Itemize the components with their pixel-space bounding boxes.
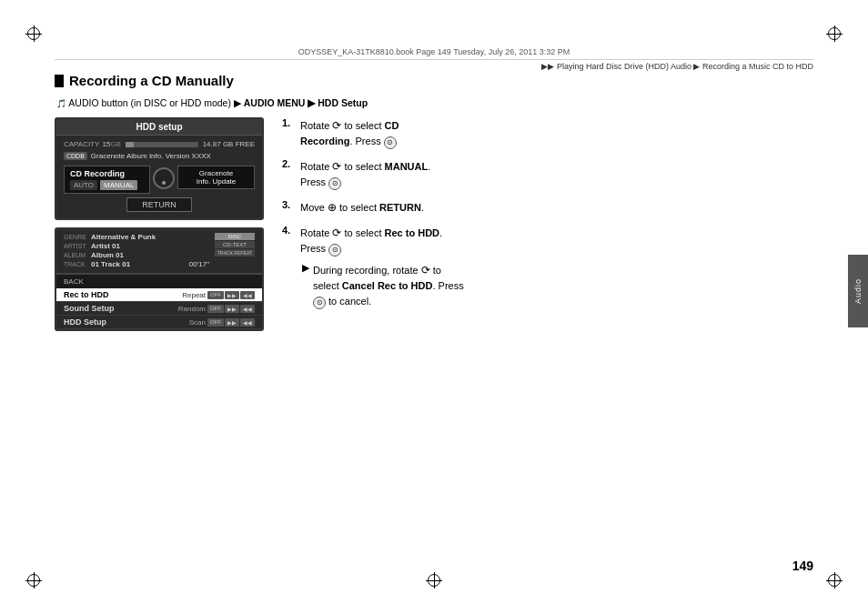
genre-value: Alternative & Punk	[91, 233, 156, 241]
cd-text-icon: CD-TEXT	[215, 241, 255, 248]
capacity-free: 14.87 GB FREE	[203, 140, 255, 148]
menu-list: Rec to HDD Repeat OFF ▶▶ ◀◀ Sound Setup	[56, 288, 262, 329]
corner-mark-bl	[25, 572, 42, 589]
page-number: 149	[792, 559, 813, 573]
hdd-setup-body: CAPACITY 15 GB 14.87 GB FREE CDDB Gracen…	[56, 136, 262, 218]
track-row: TRACK 01 Track 01 00'17"	[64, 260, 209, 268]
corner-mark-tl	[25, 25, 42, 42]
random-toggles: OFF ▶▶ ◀◀	[207, 305, 255, 313]
capacity-unit: GB	[110, 140, 121, 148]
album-row: ALBUM Album 01	[64, 251, 209, 259]
step-1-num: 1.	[282, 117, 295, 128]
menu-item-rec-hdd[interactable]: Rec to HDD Repeat OFF ▶▶ ◀◀	[56, 288, 262, 302]
cddb-row: CDDB Gracenote Album Info. Version XXXX	[64, 152, 255, 160]
hdd-setup-value: Scan OFF ▶▶ ◀◀	[189, 318, 255, 327]
cd-rec-options: AUTO MANUAL	[70, 180, 144, 190]
artist-value: Artist 01	[91, 242, 120, 250]
sound-setup-value: Random OFF ▶▶ ◀◀	[178, 305, 255, 313]
step-4-text: Rotate ⟳ to select Rec to HDD.Press ⊙	[300, 227, 442, 254]
music-screen: GENRE Alternative & Punk ARTIST Artist 0…	[55, 227, 264, 331]
time-display: 00'17"	[189, 260, 209, 268]
path-line: 🎵 AUDIO button (in DISC or HDD mode) ▶ A…	[56, 97, 813, 108]
repeat-off: OFF	[207, 291, 224, 299]
disc-icons: DISC CD-TEXT TRACK REPEAT	[215, 233, 255, 257]
corner-mark-br	[826, 572, 843, 589]
sub-text: During recording, rotate ⟳ toselect Canc…	[313, 262, 464, 309]
menu-item-hdd-setup[interactable]: HDD Setup Scan OFF ▶▶ ◀◀	[56, 316, 262, 329]
instructions: 1. Rotate ⟳ to select CDRecording. Press…	[282, 117, 813, 318]
capacity-label: CAPACITY	[64, 140, 99, 148]
corner-mark-tr	[826, 25, 843, 42]
breadcrumb: ▶▶ Playing Hard Disc Drive (HDD) Audio ▶…	[541, 62, 813, 71]
cd-rec-title: CD Recording	[70, 169, 144, 178]
step-4-num: 4.	[282, 225, 295, 236]
sound-setup-label: Sound Setup	[64, 304, 115, 313]
hdd-setup-title: HDD setup	[56, 119, 262, 136]
scan-toggles: OFF ▶▶ ◀◀	[207, 318, 255, 327]
capacity-bar	[126, 142, 198, 147]
scan-bwd: ◀◀	[240, 318, 255, 327]
gracenote-label: Gracenote	[183, 169, 249, 177]
path-prefix: AUDIO button (in DISC or HDD mode) ▶	[68, 97, 240, 108]
rec-hdd-label: Rec to HDD	[64, 290, 109, 299]
repeat-toggles: OFF ▶▶ ◀◀	[207, 291, 255, 299]
file-info-text: ODYSSEY_KA-31TK8810.book Page 149 Tuesda…	[298, 47, 570, 56]
back-bar: BACK	[56, 274, 262, 288]
path-bold: AUDIO MENU ▶ HDD Setup	[244, 97, 368, 108]
album-value: Album 01	[91, 251, 124, 259]
hdd-setup-screen: HDD setup CAPACITY 15 GB 14.87 GB FREE	[55, 117, 264, 220]
random-fwd: ▶▶	[225, 305, 239, 313]
step-4-sub: ▶ During recording, rotate ⟳ toselect Ca…	[302, 262, 464, 309]
random-bwd: ◀◀	[240, 305, 255, 313]
main-content: Recording a CD Manually 🎵 AUDIO button (…	[55, 73, 813, 559]
breadcrumb-text: ▶▶ Playing Hard Disc Drive (HDD) Audio ▶…	[541, 62, 813, 71]
scan-off: OFF	[207, 318, 224, 327]
cddb-badge: CDDB	[64, 152, 87, 160]
step-3-text: Move ⊕ to select RETURN.	[300, 199, 424, 216]
cddb-text: Gracenote Album Info. Version XXXX	[91, 152, 211, 160]
repeat-label: Repeat	[182, 291, 206, 299]
knob-dot	[162, 181, 166, 185]
disc-icon: DISC	[215, 233, 255, 240]
capacity-fill	[126, 142, 135, 147]
step-3: 3. Move ⊕ to select RETURN.	[282, 199, 813, 216]
genre-label: GENRE	[64, 234, 91, 240]
knob	[153, 167, 175, 189]
repeat-bwd: ◀◀	[240, 291, 255, 299]
cd-recording-section: CD Recording AUTO MANUAL	[64, 166, 255, 194]
two-col-layout: HDD setup CAPACITY 15 GB 14.87 GB FREE	[55, 117, 813, 331]
cd-recording-box: CD Recording AUTO MANUAL	[64, 166, 150, 194]
repeat-fwd: ▶▶	[225, 291, 239, 299]
rec-hdd-value: Repeat OFF ▶▶ ◀◀	[182, 291, 255, 299]
genre-row: GENRE Alternative & Punk	[64, 233, 209, 241]
track-value: 01 Track 01	[91, 260, 130, 268]
random-label: Random	[178, 305, 206, 313]
album-label: ALBUM	[64, 252, 91, 258]
file-info-bar: ODYSSEY_KA-31TK8810.book Page 149 Tuesda…	[55, 47, 813, 60]
step-2-text: Rotate ⟳ to select MANUAL.Press ⊙	[300, 158, 430, 190]
track-label: TRACK	[64, 261, 91, 267]
artist-label: ARTIST	[64, 243, 91, 249]
audio-side-tab: Audio	[848, 255, 868, 327]
capacity-gb: 15	[102, 140, 110, 148]
return-btn[interactable]: RETURN	[126, 197, 192, 212]
menu-item-sound-setup[interactable]: Sound Setup Random OFF ▶▶ ◀◀	[56, 302, 262, 316]
hdd-setup-label: HDD Setup	[64, 317, 106, 327]
back-label: BACK	[64, 277, 84, 286]
step-4: 4. Rotate ⟳ to select Rec to HDD.Press ⊙…	[282, 225, 813, 309]
path-icon: 🎵	[56, 99, 66, 108]
scan-fwd: ▶▶	[225, 318, 239, 327]
step-3-num: 3.	[282, 199, 295, 210]
section-heading: Recording a CD Manually	[55, 73, 813, 88]
track-repeat-icon: TRACK REPEAT	[215, 249, 255, 257]
ui-screenshots: HDD setup CAPACITY 15 GB 14.87 GB FREE	[55, 117, 264, 331]
step-2-num: 2.	[282, 158, 295, 169]
side-tab-label: Audio	[853, 278, 863, 304]
scan-label: Scan	[189, 318, 206, 327]
gracenote-box: Gracenote Info. Update	[177, 166, 255, 189]
step-1: 1. Rotate ⟳ to select CDRecording. Press…	[282, 117, 813, 149]
sub-arrow: ▶	[302, 262, 309, 309]
step-1-text: Rotate ⟳ to select CDRecording. Press ⊙	[300, 117, 399, 149]
capacity-row: CAPACITY 15 GB 14.87 GB FREE	[64, 140, 255, 148]
corner-mark-bc	[426, 572, 442, 589]
